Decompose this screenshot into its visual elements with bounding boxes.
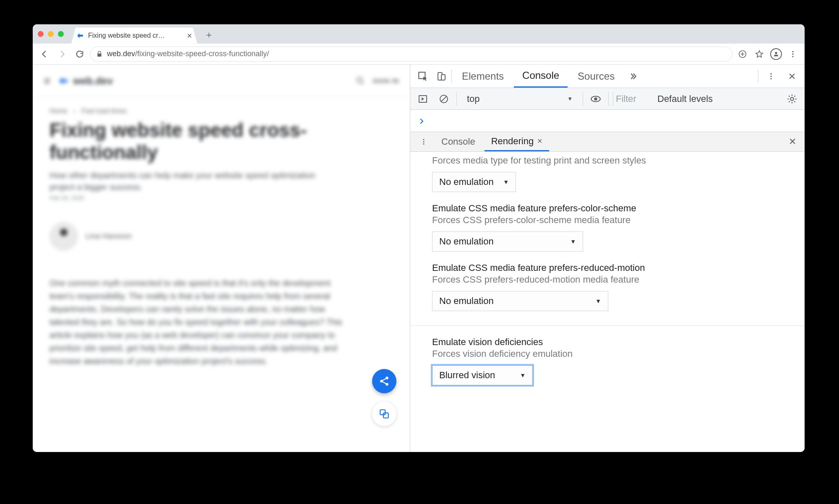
tab-console[interactable]: Console [514, 65, 568, 88]
forward-button[interactable] [55, 47, 70, 62]
svg-rect-12 [441, 75, 445, 80]
breadcrumb: Home › Fast load times [33, 97, 410, 115]
svg-point-13 [770, 73, 771, 74]
svg-rect-8 [380, 410, 385, 415]
execution-context-select[interactable]: top▼ [461, 91, 578, 107]
console-prompt[interactable]: › [410, 110, 805, 132]
console-settings-icon[interactable] [784, 91, 800, 107]
svg-point-6 [380, 380, 383, 383]
new-tab-button[interactable]: ＋ [203, 29, 215, 41]
prefers-color-scheme-desc: Forces CSS prefers-color-scheme media fe… [432, 215, 783, 226]
prefers-color-scheme-title: Emulate CSS media feature prefers-color-… [432, 203, 783, 214]
svg-point-2 [792, 53, 793, 55]
svg-point-22 [423, 141, 425, 143]
sign-in-link[interactable]: SIGN IN [373, 77, 399, 84]
inspect-element-icon[interactable] [414, 68, 431, 85]
svg-rect-9 [383, 413, 388, 418]
rendering-drawer: Forces media type for testing print and … [410, 152, 805, 452]
avatar [50, 222, 78, 251]
svg-point-21 [423, 139, 425, 140]
vision-deficiencies-select[interactable]: Blurred vision▼ [432, 365, 533, 385]
author-name: Lina Hansson [86, 232, 132, 241]
prefers-reduced-motion-title: Emulate CSS media feature prefers-reduce… [432, 262, 783, 273]
more-tabs-icon[interactable] [625, 68, 641, 85]
site-brand[interactable]: web.dev [58, 75, 113, 87]
tab-elements[interactable]: Elements [453, 65, 512, 88]
devtools-tabs: Elements Console Sources [410, 65, 805, 88]
drawer-menu-icon[interactable] [415, 133, 432, 150]
address-bar[interactable]: web.dev/fixing-website-speed-cross-funct… [90, 47, 732, 62]
console-toolbar: top▼ Filter Default levels [410, 88, 805, 110]
console-sidebar-toggle-icon[interactable] [414, 91, 431, 107]
vision-deficiencies-desc: Forces vision deficiency emulation [432, 348, 783, 359]
clear-console-icon[interactable] [435, 91, 452, 107]
reload-button[interactable] [72, 47, 87, 62]
favicon-icon [76, 32, 84, 39]
article-body: One common myth connected to site speed … [33, 251, 368, 368]
prefers-color-scheme-select[interactable]: No emulation▼ [432, 231, 583, 252]
close-rendering-tab-icon[interactable]: ✕ [537, 137, 542, 145]
vision-deficiencies-title: Emulate vision deficiencies [432, 337, 783, 348]
install-app-icon[interactable] [735, 47, 750, 62]
tab-title: Fixing website speed cross-fu [88, 32, 168, 39]
device-toolbar-icon[interactable] [433, 68, 450, 85]
svg-point-5 [386, 377, 388, 379]
svg-point-1 [792, 51, 793, 52]
drawer-tabs: Console Rendering ✕ ✕ [410, 132, 805, 152]
devtools-close-icon[interactable] [784, 68, 800, 85]
browser-toolbar: web.dev/fixing-website-speed-cross-funct… [33, 44, 805, 65]
tab-close-icon[interactable]: ✕ [187, 32, 192, 40]
page-title: Fixing website speed cross-functionally [33, 115, 410, 164]
browser-window: Fixing website speed cross-fu ✕ ＋ [33, 24, 805, 452]
url-text: web.dev/fixing-website-speed-cross-funct… [107, 49, 269, 58]
menu-icon[interactable]: ≡ [44, 74, 50, 88]
browser-tab[interactable]: Fixing website speed cross-fu ✕ [71, 28, 197, 44]
back-button[interactable] [37, 47, 52, 62]
svg-point-4 [357, 77, 362, 83]
svg-point-19 [594, 97, 597, 101]
svg-point-15 [770, 78, 771, 79]
bookmark-star-icon[interactable] [752, 47, 767, 62]
svg-point-20 [790, 97, 794, 101]
browser-menu-icon[interactable] [785, 47, 800, 62]
rendered-page: ≡ web.dev SIGN IN Home › [33, 65, 410, 452]
console-filter-input[interactable]: Filter [613, 92, 649, 106]
translate-fab[interactable] [372, 402, 396, 426]
page-subtitle: How other departments can help make your… [33, 164, 352, 193]
publish-date: Feb 28, 2020 [33, 193, 410, 201]
devtools-menu-icon[interactable] [763, 68, 779, 85]
media-type-select[interactable]: No emulation▼ [432, 172, 516, 192]
share-fab[interactable] [372, 369, 396, 393]
close-window[interactable] [38, 31, 44, 37]
secure-lock-icon [96, 51, 103, 57]
tab-sources[interactable]: Sources [569, 65, 623, 88]
svg-point-23 [423, 143, 425, 145]
media-type-desc: Forces media type for testing print and … [432, 155, 783, 166]
drawer-tab-console[interactable]: Console [435, 132, 482, 151]
maximize-window[interactable] [58, 31, 64, 37]
live-expression-icon[interactable] [587, 91, 604, 107]
minimize-window[interactable] [48, 31, 54, 37]
window-controls [38, 31, 64, 37]
svg-point-7 [386, 383, 388, 386]
profile-button[interactable] [769, 47, 784, 62]
svg-point-3 [792, 56, 793, 57]
prefers-reduced-motion-select[interactable]: No emulation▼ [432, 291, 608, 311]
section-divider [410, 325, 805, 326]
drawer-close-icon[interactable]: ✕ [785, 136, 800, 147]
search-icon[interactable] [356, 76, 365, 86]
crumb-home[interactable]: Home [50, 107, 68, 115]
chevron-right-icon: › [73, 107, 76, 115]
drawer-tab-rendering[interactable]: Rendering ✕ [485, 132, 550, 151]
prefers-reduced-motion-desc: Forces CSS prefers-reduced-motion media … [432, 274, 783, 285]
log-levels-select[interactable]: Default levels [653, 94, 717, 104]
svg-point-14 [770, 75, 771, 77]
devtools-panel: Elements Console Sources [410, 65, 805, 452]
tab-strip: Fixing website speed cross-fu ✕ ＋ [33, 24, 805, 44]
crumb-category[interactable]: Fast load times [81, 107, 127, 115]
